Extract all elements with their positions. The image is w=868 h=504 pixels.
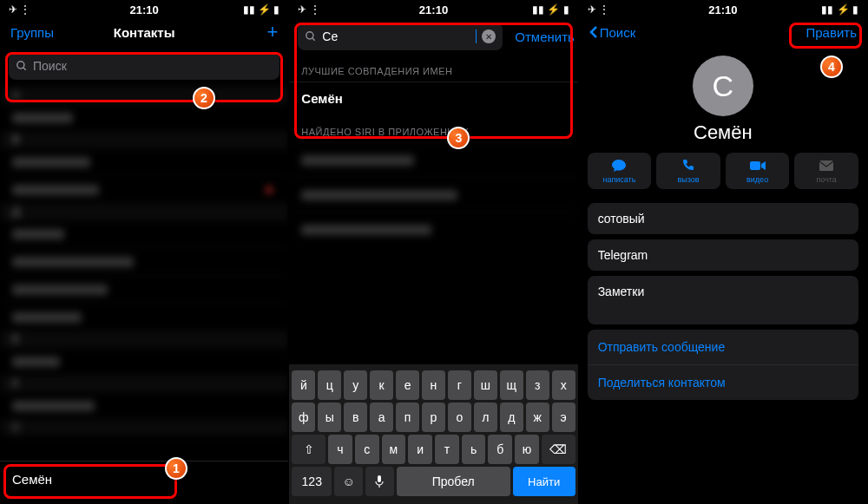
add-button[interactable]: + (266, 21, 278, 43)
key-shift[interactable]: ⇧ (292, 435, 326, 464)
key-о[interactable]: о (448, 403, 471, 432)
edit-button[interactable]: Править (806, 25, 857, 40)
key-а[interactable]: а (370, 403, 393, 432)
key-ф[interactable]: ф (292, 403, 315, 432)
field-notes[interactable]: Заметки (588, 276, 858, 324)
contacts-list-blurred: А В Д Е К С (0, 87, 288, 435)
section-header-siri: НАЙДЕНО SIRI В ПРИЛОЖЕНИЯХ (289, 115, 577, 142)
action-message[interactable]: написать (588, 153, 652, 189)
key-н[interactable]: н (422, 370, 445, 400)
mail-icon (819, 158, 834, 173)
key-ю[interactable]: ю (515, 435, 539, 464)
field-im[interactable]: Telegram (588, 239, 858, 271)
status-bar: ✈ ⋮ 21:10 ▮▮ ⚡ ▮ (289, 0, 577, 19)
key-г[interactable]: г (448, 370, 471, 400)
key-emoji[interactable]: ☺ (334, 467, 363, 496)
svg-point-2 (306, 32, 313, 39)
key-б[interactable]: б (488, 435, 512, 464)
key-ж[interactable]: ж (526, 403, 549, 432)
video-icon (749, 158, 766, 173)
search-field[interactable]: Поиск (9, 52, 279, 80)
key-щ[interactable]: щ (500, 370, 523, 400)
nav-bar: Группы Контакты + (0, 19, 288, 49)
screen-contact-card: ✈ ⋮ 21:10 ▮▮ ⚡ ▮ Поиск Править 4 С Семён… (579, 0, 868, 504)
keyboard[interactable]: йцукенгшщзх фывапролджэ ⇧чсмитьбю⌫ 123 ☺… (289, 364, 577, 504)
link-share-contact[interactable]: Поделиться контактом (588, 364, 858, 400)
key-123[interactable]: 123 (292, 467, 332, 496)
key-м[interactable]: м (382, 435, 406, 464)
svg-line-1 (23, 68, 26, 70)
key-с[interactable]: с (355, 435, 379, 464)
groups-button[interactable]: Группы (10, 25, 54, 40)
screen-contacts-list: ✈ ⋮ 21:10 ▮▮ ⚡ ▮ Группы Контакты + Поиск… (0, 0, 289, 504)
key-ь[interactable]: ь (462, 435, 486, 464)
section-header-matches: ЛУЧШИЕ СОВПАДЕНИЯ ИМЕН (289, 54, 577, 82)
message-icon (611, 158, 627, 173)
key-find[interactable]: Найти (513, 467, 575, 496)
back-button[interactable]: Поиск (589, 25, 636, 40)
key-х[interactable]: х (552, 370, 575, 400)
nav-bar: Поиск Править (579, 19, 867, 49)
key-д[interactable]: д (500, 403, 523, 432)
search-field[interactable]: ✕ (298, 23, 503, 50)
cancel-button[interactable]: Отменить (506, 29, 575, 44)
key-з[interactable]: з (526, 370, 549, 400)
clear-icon[interactable]: ✕ (482, 29, 496, 43)
action-mail: почта (794, 153, 858, 189)
key-у[interactable]: у (344, 370, 367, 400)
key-ш[interactable]: ш (474, 370, 497, 400)
link-send-message[interactable]: Отправить сообщение (588, 330, 858, 364)
page-title: Контакты (114, 25, 175, 40)
svg-point-0 (17, 62, 24, 69)
key-ч[interactable]: ч (328, 435, 352, 464)
key-э[interactable]: э (552, 403, 575, 432)
match-row[interactable]: Семён (289, 82, 577, 115)
svg-rect-5 (750, 161, 760, 170)
key-mic[interactable] (365, 467, 394, 496)
key-л[interactable]: л (474, 403, 497, 432)
key-space[interactable]: Пробел (397, 467, 510, 496)
key-ы[interactable]: ы (318, 403, 341, 432)
search-icon (305, 30, 317, 43)
key-backspace[interactable]: ⌫ (542, 435, 575, 464)
key-и[interactable]: и (408, 435, 432, 464)
svg-line-3 (312, 38, 315, 41)
svg-rect-4 (378, 475, 381, 482)
screen-search: ✈ ⋮ 21:10 ▮▮ ⚡ ▮ ✕ Отменить ЛУЧШИЕ СОВПА… (289, 0, 578, 504)
key-в[interactable]: в (344, 403, 367, 432)
chevron-left-icon (589, 25, 598, 39)
avatar: С (693, 56, 753, 116)
action-row: написать вызов видео почта (579, 153, 867, 198)
phone-icon (681, 158, 695, 173)
field-mobile[interactable]: сотовый (588, 203, 858, 234)
svg-rect-6 (819, 160, 833, 171)
key-е[interactable]: е (396, 370, 419, 400)
search-input[interactable] (322, 29, 474, 43)
siri-results-blurred (289, 142, 577, 246)
key-к[interactable]: к (370, 370, 393, 400)
status-bar: ✈ ⋮ 21:10 ▮▮ ⚡ ▮ (579, 0, 867, 19)
action-video[interactable]: видео (726, 153, 790, 189)
key-й[interactable]: й (292, 370, 315, 400)
key-ц[interactable]: ц (318, 370, 341, 400)
key-п[interactable]: п (396, 403, 419, 432)
action-call[interactable]: вызов (656, 153, 720, 189)
search-placeholder: Поиск (33, 59, 67, 73)
key-р[interactable]: р (422, 403, 445, 432)
contact-name: Семён (579, 121, 867, 144)
contact-row-target[interactable]: Семён (0, 461, 288, 497)
status-bar: ✈ ⋮ 21:10 ▮▮ ⚡ ▮ (0, 0, 288, 19)
mic-icon (374, 475, 385, 488)
search-icon (16, 60, 28, 72)
key-т[interactable]: т (435, 435, 459, 464)
